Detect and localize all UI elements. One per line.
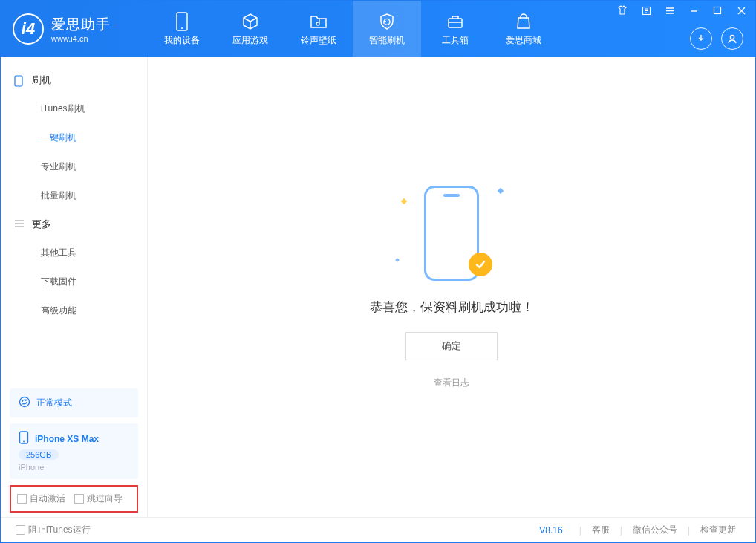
nav-toolbox[interactable]: 工具箱 — [421, 1, 489, 57]
checkbox-block-itunes[interactable]: 阻止iTunes运行 — [16, 524, 91, 536]
checkbox-skip-wizard[interactable]: 跳过向导 — [74, 492, 123, 505]
nav-apps[interactable]: 应用游戏 — [216, 1, 284, 57]
body: 刷机 iTunes刷机 一键刷机 专业刷机 批量刷机 更多 其他工具 下载固件 … — [1, 57, 755, 517]
music-folder-icon — [309, 12, 328, 31]
svg-point-1 — [181, 27, 183, 29]
wechat-link[interactable]: 微信公众号 — [628, 524, 682, 536]
close-button[interactable] — [731, 2, 751, 19]
main-panel: 恭喜您，保资料刷机成功啦！ 确定 查看日志 — [148, 57, 755, 517]
sidebar-item-advanced[interactable]: 高级功能 — [1, 296, 147, 325]
device-name: iPhone XS Max — [35, 434, 99, 444]
nav-store[interactable]: 爱思商城 — [489, 1, 558, 57]
svg-point-7 — [20, 397, 30, 407]
sidebar-group-more: 更多 — [1, 210, 147, 238]
sidebar-item-oneclick-flash[interactable]: 一键刷机 — [1, 123, 147, 152]
top-nav: 我的设备 应用游戏 铃声壁纸 智能刷机 工具箱 爱思商城 — [148, 1, 558, 57]
svg-rect-4 — [714, 7, 721, 14]
check-icon — [469, 253, 492, 276]
ok-button[interactable]: 确定 — [405, 332, 498, 360]
device-card[interactable]: iPhone XS Max 256GB iPhone — [10, 423, 138, 479]
phone-icon — [172, 12, 192, 31]
result-message: 恭喜您，保资料刷机成功啦！ — [370, 299, 534, 316]
svg-point-5 — [730, 35, 734, 39]
cube-icon — [241, 12, 260, 31]
device-phone-icon — [19, 431, 29, 446]
sidebar-item-batch-flash[interactable]: 批量刷机 — [1, 181, 147, 210]
svg-rect-6 — [15, 76, 22, 86]
device-type: iPhone — [19, 463, 44, 472]
note-icon[interactable] — [636, 2, 656, 19]
app-window: i4 爱思助手 www.i4.cn 我的设备 应用游戏 铃声壁纸 智能刷机 — [0, 0, 756, 543]
update-link[interactable]: 检查更新 — [696, 524, 740, 536]
list-icon — [14, 219, 25, 230]
support-link[interactable]: 客服 — [587, 524, 614, 536]
logo: i4 爱思助手 www.i4.cn — [1, 1, 148, 57]
download-button[interactable] — [690, 27, 712, 50]
user-button[interactable] — [721, 27, 743, 50]
sidebar-item-other-tools[interactable]: 其他工具 — [1, 238, 147, 267]
app-url: www.i4.cn — [51, 34, 111, 43]
success-illustration — [396, 186, 507, 282]
bag-icon — [514, 12, 533, 31]
toolbox-icon — [446, 12, 465, 31]
svg-point-9 — [23, 441, 25, 443]
view-log-link[interactable]: 查看日志 — [434, 377, 469, 389]
sidebar: 刷机 iTunes刷机 一键刷机 专业刷机 批量刷机 更多 其他工具 下载固件 … — [1, 57, 148, 517]
svg-rect-2 — [449, 19, 462, 27]
version-label: V8.16 — [539, 525, 562, 536]
sidebar-group-flash: 刷机 — [1, 66, 147, 94]
sidebar-item-download-fw[interactable]: 下载固件 — [1, 267, 147, 296]
nav-ringtone[interactable]: 铃声壁纸 — [284, 1, 353, 57]
app-name: 爱思助手 — [51, 15, 111, 34]
nav-flash[interactable]: 智能刷机 — [353, 1, 421, 57]
header-actions — [690, 27, 743, 50]
checkbox-auto-activate[interactable]: 自动激活 — [17, 492, 65, 505]
nav-device[interactable]: 我的设备 — [148, 1, 216, 57]
status-bar: 阻止iTunes运行 V8.16 | 客服 | 微信公众号 | 检查更新 — [1, 517, 755, 542]
logo-icon: i4 — [13, 13, 44, 45]
window-controls — [613, 2, 751, 19]
header: i4 爱思助手 www.i4.cn 我的设备 应用游戏 铃声壁纸 智能刷机 — [1, 1, 755, 57]
sidebar-item-itunes-flash[interactable]: iTunes刷机 — [1, 94, 147, 123]
minimize-button[interactable] — [684, 2, 703, 19]
shirt-icon[interactable] — [613, 2, 632, 19]
maximize-button[interactable] — [708, 2, 727, 19]
phone-outline-icon — [14, 75, 25, 85]
menu-icon[interactable] — [660, 2, 680, 19]
sidebar-item-pro-flash[interactable]: 专业刷机 — [1, 152, 147, 181]
sync-icon — [19, 396, 30, 410]
options-highlight-box: 自动激活 跳过向导 — [10, 485, 138, 513]
mode-label: 正常模式 — [36, 397, 72, 409]
device-storage-badge: 256GB — [19, 449, 59, 460]
shield-refresh-icon — [377, 12, 397, 31]
device-mode-card[interactable]: 正常模式 — [10, 388, 138, 417]
